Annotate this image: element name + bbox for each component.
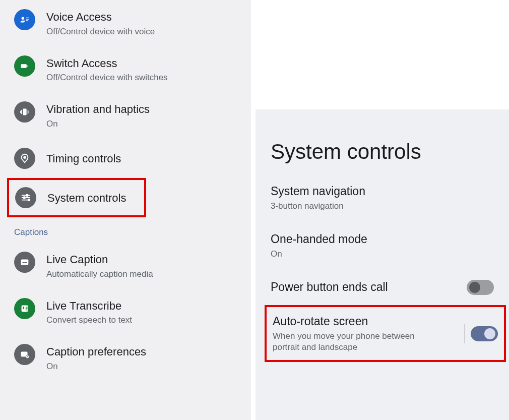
svg-point-3 [24, 156, 26, 158]
detail-item-power-ends-call[interactable]: Power button ends call [256, 270, 509, 305]
sidebar-item-live-caption[interactable]: Live Caption Automatically caption media [0, 243, 251, 289]
svg-rect-11 [23, 307, 24, 309]
detail-item-title: Power button ends call [271, 280, 467, 295]
sidebar-item-caption-prefs[interactable]: Caption preferences On [0, 335, 251, 381]
svg-rect-2 [23, 109, 26, 115]
toggle-power-ends-call[interactable] [467, 280, 494, 295]
svg-point-6 [28, 199, 30, 201]
sidebar-item-title: Vibration and haptics [46, 102, 150, 117]
toggle-auto-rotate[interactable] [471, 326, 498, 341]
sidebar-item-sub: Convert speech to text [46, 315, 132, 326]
svg-point-5 [23, 197, 25, 199]
live-caption-icon [14, 252, 35, 273]
sidebar-item-title: Switch Access [46, 56, 168, 71]
detail-item-title: One-handed mode [271, 232, 494, 247]
detail-item-one-handed[interactable]: One-handed mode On [256, 222, 509, 270]
timing-icon [14, 148, 35, 169]
sidebar-item-sub: Off/Control device with switches [46, 72, 168, 83]
sidebar-section-captions: Captions [0, 217, 251, 243]
sidebar-item-title: System controls [47, 191, 126, 206]
divider [464, 324, 465, 343]
sidebar-item-live-transcribe[interactable]: Live Transcribe Convert speech to text [0, 289, 251, 335]
caption-prefs-icon [14, 344, 35, 365]
sidebar-item-title: Timing controls [46, 152, 121, 166]
sidebar-item-sub: On [46, 118, 150, 130]
detail-item-system-navigation[interactable]: System navigation 3-button navigation [256, 174, 509, 222]
svg-point-0 [22, 17, 25, 20]
svg-rect-9 [25, 262, 27, 263]
sidebar-selected-highlight: System controls [7, 178, 146, 217]
sidebar-item-sub: Automatically caption media [46, 269, 153, 280]
sidebar-item-voice-access[interactable]: Voice Access Off/Control device with voi… [0, 0, 251, 46]
sidebar-item-vibration[interactable]: Vibration and haptics On [0, 92, 251, 139]
detail-item-auto-rotate[interactable]: Auto-rotate screen When you move your ph… [265, 305, 506, 362]
vibration-icon [14, 101, 35, 123]
voice-access-icon [14, 9, 35, 30]
svg-rect-1 [21, 64, 27, 68]
svg-rect-8 [22, 262, 25, 263]
sidebar-item-title: Caption preferences [46, 345, 146, 359]
sidebar-item-sub: On [46, 361, 146, 372]
sidebar: Voice Access Off/Control device with voi… [0, 0, 251, 420]
sidebar-item-sub: Off/Control device with voice [46, 26, 155, 37]
system-controls-icon [15, 187, 36, 208]
sidebar-item-title: Live Transcribe [46, 299, 132, 314]
sidebar-item-system-controls[interactable]: System controls [9, 180, 144, 215]
live-transcribe-icon [14, 298, 35, 319]
switch-access-icon [14, 55, 35, 77]
sidebar-item-switch-access[interactable]: Switch Access Off/Control device with sw… [0, 46, 251, 93]
svg-point-14 [27, 356, 28, 357]
detail-item-sub: When you move your phone between portrai… [273, 331, 434, 353]
detail-item-title: Auto-rotate screen [273, 314, 464, 329]
detail-item-sub: On [271, 249, 432, 260]
detail-pane: System controls System navigation 3-butt… [251, 0, 509, 420]
sidebar-item-title: Live Caption [46, 253, 153, 267]
sidebar-item-title: Voice Access [46, 10, 155, 25]
page-title: System controls [256, 109, 509, 174]
detail-item-title: System navigation [271, 184, 494, 199]
detail-item-sub: 3-button navigation [271, 201, 432, 212]
svg-point-4 [26, 195, 28, 197]
sidebar-item-timing[interactable]: Timing controls [0, 139, 251, 178]
